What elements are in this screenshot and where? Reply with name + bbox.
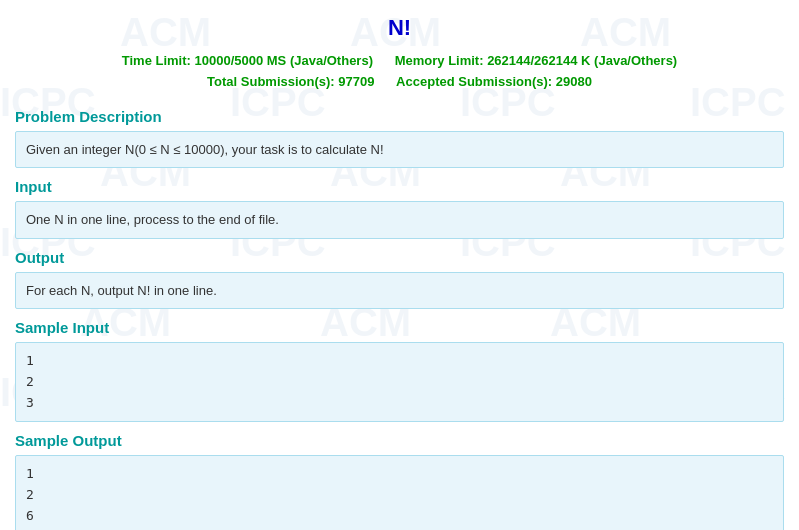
- sample-input-line-1: 1: [26, 351, 773, 372]
- problem-description-label: Problem Description: [15, 108, 784, 125]
- sample-output-box: 1 2 6: [15, 455, 784, 530]
- sample-output-line-2: 2: [26, 485, 773, 506]
- memory-limit: Memory Limit: 262144/262144 K (Java/Othe…: [395, 53, 678, 68]
- sample-output-line-1: 1: [26, 464, 773, 485]
- meta-info: Time Limit: 10000/5000 MS (Java/Others) …: [15, 51, 784, 93]
- accepted-submissions: Accepted Submission(s): 29080: [396, 74, 592, 89]
- input-content: One N in one line, process to the end of…: [15, 201, 784, 239]
- sample-input-line-2: 2: [26, 372, 773, 393]
- problem-description-content: Given an integer N(0 ≤ N ≤ 10000), your …: [15, 131, 784, 169]
- sample-input-label: Sample Input: [15, 319, 784, 336]
- input-label: Input: [15, 178, 784, 195]
- output-label: Output: [15, 249, 784, 266]
- sample-output-label: Sample Output: [15, 432, 784, 449]
- sample-output-line-3: 6: [26, 506, 773, 527]
- time-limit: Time Limit: 10000/5000 MS (Java/Others): [122, 53, 373, 68]
- page-title: N!: [15, 15, 784, 41]
- output-content: For each N, output N! in one line.: [15, 272, 784, 310]
- sample-input-line-3: 3: [26, 393, 773, 414]
- total-submissions: Total Submission(s): 97709: [207, 74, 374, 89]
- sample-input-box: 1 2 3: [15, 342, 784, 422]
